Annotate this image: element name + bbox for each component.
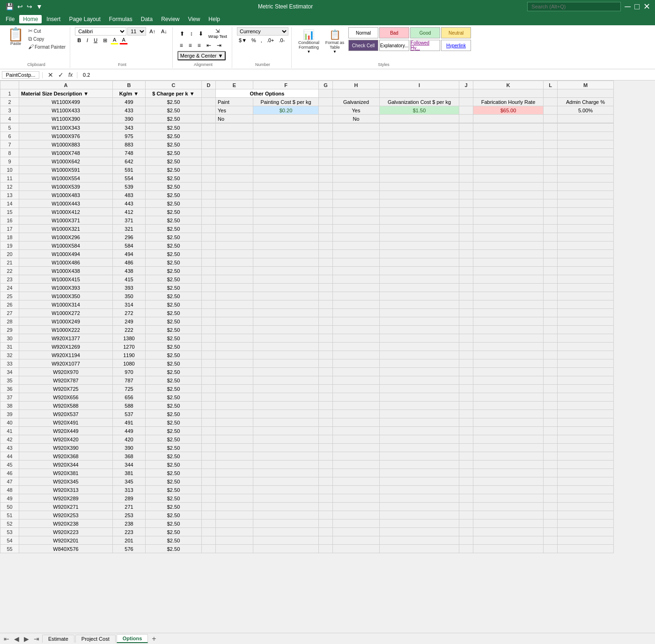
cell-g28[interactable] [319, 317, 333, 326]
cell-i5[interactable] [380, 124, 459, 132]
cell-d2[interactable] [202, 98, 216, 106]
cell-b16[interactable]: 371 [113, 216, 146, 225]
row-num-50[interactable]: 50 [0, 503, 19, 511]
cell-l4[interactable] [544, 115, 558, 123]
format-painter-button[interactable]: 🖌 Format Painter [27, 43, 67, 51]
cell-h46[interactable] [333, 469, 380, 477]
cell-b13[interactable]: 483 [113, 191, 146, 199]
cell-k42[interactable] [473, 435, 544, 444]
cell-j18[interactable] [459, 233, 473, 242]
cell-c50[interactable]: $2.50 [146, 503, 202, 511]
cell-f43[interactable] [253, 444, 319, 452]
cell-j21[interactable] [459, 258, 473, 267]
cell-g20[interactable] [319, 250, 333, 258]
cell-e21[interactable] [216, 258, 253, 267]
cell-h22[interactable] [333, 267, 380, 275]
align-right-button[interactable]: ≡ [195, 41, 203, 50]
cell-f45[interactable] [253, 461, 319, 469]
cell-c5[interactable]: $2.50 [146, 124, 202, 132]
cell-f28[interactable] [253, 317, 319, 326]
cell-e8[interactable] [216, 149, 253, 157]
cell-j5[interactable] [459, 124, 473, 132]
cell-m8[interactable] [558, 149, 614, 157]
cell-a55[interactable]: W840X576 [19, 545, 113, 553]
cell-k47[interactable] [473, 477, 544, 486]
cell-m12[interactable] [558, 183, 614, 191]
cell-m11[interactable] [558, 174, 614, 183]
cell-c16[interactable]: $2.50 [146, 216, 202, 225]
cell-j13[interactable] [459, 191, 473, 199]
cell-m53[interactable] [558, 528, 614, 536]
col-header-a[interactable]: A [19, 81, 113, 89]
cell-j45[interactable] [459, 461, 473, 469]
cell-a19[interactable]: W1000X584 [19, 242, 113, 250]
cell-k14[interactable] [473, 199, 544, 208]
cell-k38[interactable] [473, 402, 544, 410]
copy-button[interactable]: ⧉ Copy [27, 35, 67, 43]
row-num-17[interactable]: 17 [0, 225, 19, 233]
cell-f7[interactable] [253, 140, 319, 149]
cell-k53[interactable] [473, 528, 544, 536]
cell-a52[interactable]: W920X238 [19, 520, 113, 528]
row-num-18[interactable]: 18 [0, 233, 19, 242]
cell-a9[interactable]: W1000X642 [19, 157, 113, 166]
cell-e52[interactable] [216, 520, 253, 528]
name-box[interactable] [2, 71, 39, 79]
cell-a15[interactable]: W1000X412 [19, 208, 113, 216]
cell-d4[interactable] [202, 115, 216, 123]
cell-g25[interactable] [319, 292, 333, 300]
row-num-14[interactable]: 14 [0, 199, 19, 208]
cell-k40[interactable] [473, 418, 544, 427]
cell-f16[interactable] [253, 216, 319, 225]
cell-i10[interactable] [380, 166, 459, 174]
row-num-11[interactable]: 11 [0, 174, 19, 183]
row-num-15[interactable]: 15 [0, 208, 19, 216]
menu-formulas[interactable]: Formulas [105, 15, 136, 23]
cell-h47[interactable] [333, 477, 380, 486]
cell-l52[interactable] [544, 520, 558, 528]
cell-m27[interactable] [558, 309, 614, 317]
cell-b49[interactable]: 289 [113, 494, 146, 503]
cell-f30[interactable] [253, 334, 319, 343]
cell-h14[interactable] [333, 199, 380, 208]
cell-c25[interactable]: $2.50 [146, 292, 202, 300]
cell-c35[interactable]: $2.50 [146, 376, 202, 385]
cell-i30[interactable] [380, 334, 459, 343]
cell-f14[interactable] [253, 199, 319, 208]
cell-k10[interactable] [473, 166, 544, 174]
cell-g8[interactable] [319, 149, 333, 157]
cell-h20[interactable] [333, 250, 380, 258]
cell-l1[interactable] [544, 89, 558, 98]
cell-c4[interactable]: $2.50 [146, 115, 202, 123]
cell-g32[interactable] [319, 351, 333, 359]
cell-m20[interactable] [558, 250, 614, 258]
cell-b25[interactable]: 350 [113, 292, 146, 300]
cell-e42[interactable] [216, 435, 253, 444]
cell-f40[interactable] [253, 418, 319, 427]
cell-i2[interactable]: Galvanization Cost $ per kg [380, 98, 459, 106]
cell-d55[interactable] [202, 545, 216, 553]
cell-a45[interactable]: W920X344 [19, 461, 113, 469]
cell-k15[interactable] [473, 208, 544, 216]
cell-i50[interactable] [380, 503, 459, 511]
undo-btn[interactable]: ↩ [16, 2, 24, 11]
cell-i25[interactable] [380, 292, 459, 300]
cell-e53[interactable] [216, 528, 253, 536]
cell-k35[interactable] [473, 376, 544, 385]
cell-c55[interactable]: $2.50 [146, 545, 202, 553]
cell-g9[interactable] [319, 157, 333, 166]
cell-i55[interactable] [380, 545, 459, 553]
cell-e10[interactable] [216, 166, 253, 174]
cell-j50[interactable] [459, 503, 473, 511]
cell-m21[interactable] [558, 258, 614, 267]
row-num-23[interactable]: 23 [0, 275, 19, 284]
cell-k29[interactable] [473, 326, 544, 334]
cell-j39[interactable] [459, 410, 473, 418]
cell-f21[interactable] [253, 258, 319, 267]
cell-d42[interactable] [202, 435, 216, 444]
cell-d44[interactable] [202, 452, 216, 461]
cell-c30[interactable]: $2.50 [146, 334, 202, 343]
cell-m25[interactable] [558, 292, 614, 300]
cell-d38[interactable] [202, 402, 216, 410]
cell-g34[interactable] [319, 368, 333, 376]
